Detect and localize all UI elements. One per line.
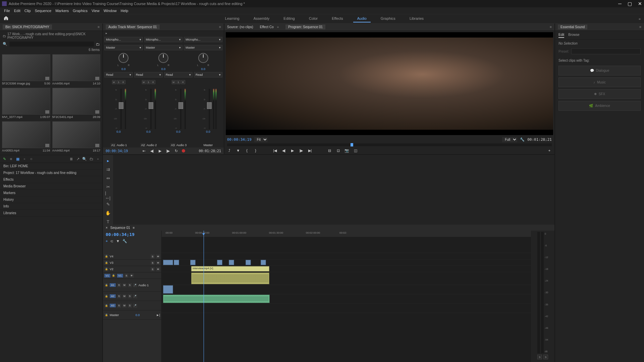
step-forward-icon[interactable]: |▶ (299, 148, 304, 153)
record-button[interactable]: R (121, 80, 125, 84)
output-select[interactable]: Master▾ (184, 45, 222, 50)
step-back-icon[interactable]: ◀| (281, 148, 286, 153)
tag-dialogue[interactable]: 💬Dialogue (558, 66, 641, 75)
menu-sequence[interactable]: Sequence (33, 9, 54, 13)
clip[interactable] (163, 260, 173, 265)
output-select[interactable]: Master▾ (104, 45, 143, 50)
selection-tool-icon[interactable]: ▸ (105, 158, 111, 164)
media-thumbnail[interactable] (2, 54, 50, 81)
voice-over-icon[interactable]: 🎤 (133, 294, 137, 298)
lock-icon[interactable]: 🔒 (104, 294, 108, 298)
icon-view-icon[interactable]: ▦ (15, 157, 20, 161)
comparison-icon[interactable]: ◫ (353, 148, 358, 153)
clip-music[interactable] (163, 295, 270, 303)
clip[interactable] (229, 260, 234, 265)
db-value[interactable]: 0.0 (116, 130, 121, 133)
lock-icon[interactable]: 🔒 (104, 267, 108, 271)
workspace-editing[interactable]: Editing (279, 15, 299, 22)
loop-icon[interactable]: ↻ (174, 148, 178, 153)
effect-controls-label[interactable]: Effect Co (260, 25, 274, 29)
menu-view[interactable]: View (90, 9, 102, 13)
workspace-learning[interactable]: Learning (221, 15, 244, 22)
lock-icon[interactable]: 🔒 (104, 283, 108, 287)
toggle-track-icon[interactable]: 👁 (156, 261, 160, 265)
hand-tool-icon[interactable]: ✋ (105, 210, 111, 216)
sync-lock-icon[interactable]: ⎘ (151, 254, 155, 258)
mute-button[interactable]: M (122, 294, 126, 298)
freeform-view-icon[interactable]: ▫ (22, 157, 27, 161)
pen-tool-icon[interactable]: ✎ (105, 201, 111, 207)
preset-select[interactable] (571, 48, 641, 54)
libraries-panel-tab[interactable]: Libraries (0, 210, 102, 217)
type-tool-icon[interactable]: T (105, 219, 111, 225)
output-select[interactable]: Master▾ (144, 45, 183, 50)
pan-knob[interactable] (198, 53, 208, 63)
target-a2[interactable]: A2 (110, 294, 116, 298)
voice-over-icon[interactable]: 🎤 (133, 283, 137, 287)
lock-icon[interactable]: 🔒 (104, 313, 108, 317)
program-tab[interactable]: Program: Sequence 01 (285, 24, 325, 29)
clip[interactable] (190, 260, 196, 265)
go-to-in-icon[interactable]: |◀ (273, 148, 277, 153)
resolution-select[interactable]: Full (502, 137, 517, 142)
menu-help[interactable]: Help (119, 9, 130, 13)
clip[interactable] (163, 285, 173, 294)
workspace-libraries[interactable]: Libraries (406, 15, 428, 22)
es-edit-tab[interactable]: Edit (558, 32, 564, 38)
record-button[interactable]: R (151, 80, 155, 84)
essential-sound-tab[interactable]: Essential Sound (558, 24, 587, 29)
sync-lock-icon[interactable]: ⎘ (117, 304, 121, 308)
solo-button[interactable]: S (128, 294, 132, 298)
panel-menu-icon[interactable]: ≡ (98, 25, 100, 29)
media-thumbnail[interactable] (52, 54, 101, 81)
automation-mode[interactable]: Read▾ (104, 72, 133, 77)
folder-up-icon[interactable]: 🗀 (3, 34, 6, 38)
media-item[interactable]: MVI_3377.mp41:05:07 (2, 88, 50, 119)
playhead-handle[interactable] (351, 143, 353, 146)
voice-over-icon[interactable]: 🎤 (133, 304, 137, 308)
razor-tool-icon[interactable]: ✂ (105, 184, 111, 190)
clip[interactable] (246, 260, 251, 265)
zoom-select[interactable]: Fit (254, 137, 268, 142)
solo-button[interactable]: S (176, 80, 180, 84)
toggle-track-icon[interactable]: 👁 (156, 267, 160, 271)
menu-file[interactable]: File (2, 9, 12, 13)
home-icon[interactable] (3, 15, 10, 22)
source-tc-in[interactable]: 00:00:34;19 (106, 149, 128, 153)
sync-lock-icon[interactable]: ⎘ (124, 274, 128, 278)
add-marker-icon[interactable]: ▼ (236, 148, 240, 153)
settings-icon[interactable]: 🔧 (122, 239, 127, 243)
menu-edit[interactable]: Edit (12, 9, 22, 13)
lock-icon[interactable]: 🔒 (104, 254, 108, 258)
db-value[interactable]: 0.0 (206, 130, 210, 133)
source-v1[interactable]: V1 (104, 274, 110, 278)
media-item[interactable]: AA0053.mp411:04 (2, 121, 50, 153)
go-to-out-icon[interactable]: ▶| (308, 148, 312, 153)
info-panel-tab[interactable]: Info (0, 203, 102, 210)
clip-interview-audio[interactable] (191, 273, 269, 284)
list-view-icon[interactable]: ≡ (9, 157, 13, 161)
pan-knob[interactable] (118, 53, 128, 63)
tag-music[interactable]: ♪Music (558, 77, 641, 87)
media-thumbnail[interactable] (2, 121, 50, 148)
lock-icon[interactable]: 🔒 (104, 304, 108, 308)
menu-clip[interactable]: Clip (22, 9, 33, 13)
master-value[interactable]: 0.0 (136, 313, 140, 317)
settings-icon[interactable]: 🔧 (520, 137, 525, 142)
record-icon[interactable] (182, 149, 185, 153)
export-frame-icon[interactable]: 📷 (344, 148, 349, 153)
close-button[interactable]: ✕ (638, 1, 642, 6)
time-ruler[interactable]: :00:00 00:00:30:00 00:01:00:00 00:01:30:… (162, 231, 531, 237)
workspace-effects[interactable]: Effects (328, 15, 347, 22)
target-a3[interactable]: A3 (110, 304, 116, 307)
ripple-edit-tool-icon[interactable]: ⇔ (105, 175, 111, 181)
new-bin-icon[interactable]: 🗀 (89, 157, 94, 161)
media-item[interactable]: 5F2C5401.mp428:09 (52, 88, 101, 119)
close-sequence-icon[interactable]: × (106, 226, 108, 230)
sync-lock-icon[interactable]: ⎘ (151, 261, 155, 265)
snap-icon[interactable]: ⌖ (106, 239, 108, 243)
sort-icon[interactable]: ○ (29, 157, 34, 161)
automation-mode[interactable]: Read▾ (194, 72, 222, 77)
volume-fader[interactable] (180, 89, 181, 129)
automation-mode[interactable]: Read▾ (164, 72, 193, 77)
